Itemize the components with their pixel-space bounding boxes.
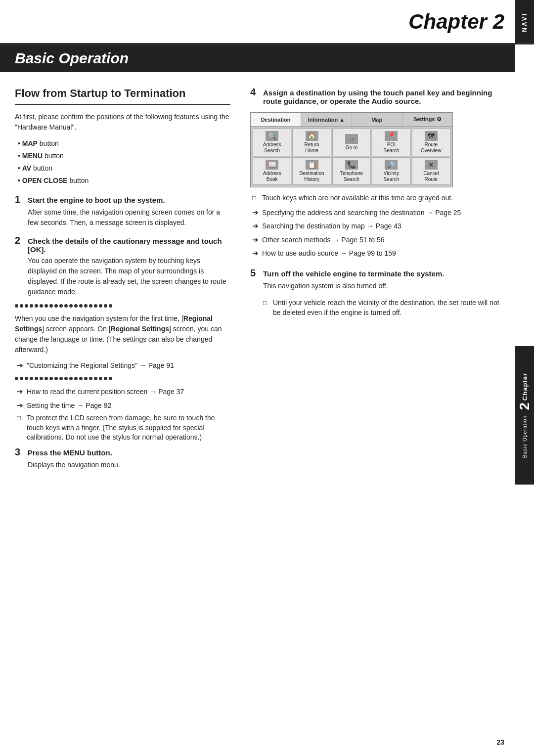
nav-menu-image: Destination Information ▲ Map Settings ⚙… xyxy=(250,112,453,187)
right-column: 4 Assign a destination by using the touc… xyxy=(242,77,515,756)
regional-ref-text: "Customizing the Regional Settings" → Pa… xyxy=(27,361,174,371)
address-book-icon: 📖 xyxy=(266,160,278,170)
route-overview-icon: 🗺 xyxy=(425,131,438,141)
arrow-icon: ➔ xyxy=(17,386,24,397)
engine-off-text: Until your vehicle reach the vicinity of… xyxy=(273,298,505,317)
tel-search-icon: 📞 xyxy=(345,160,358,170)
step-1-title: Start the engine to boot up the system. xyxy=(28,196,165,204)
nav-cell-route-overview: 🗺 RouteOverview xyxy=(412,129,450,156)
nav-tab-map: Map xyxy=(352,113,402,126)
current-pos-ref: ➔ How to read the current position scree… xyxy=(15,386,230,397)
step-3-number: 3 xyxy=(15,446,24,458)
nav-cell-address-search: 🔍 AddressSearch xyxy=(253,129,291,156)
address-ref: ➔ Specifying the address and searching t… xyxy=(250,207,505,218)
nav-cell-vicinity-search: 🔎 VicinitySearch xyxy=(372,157,410,185)
grayed-out-note: □ Touch keys which are not available at … xyxy=(250,193,505,203)
step-3: 3 Press the MENU button. Displays the na… xyxy=(15,446,230,470)
other-methods-text: Other search methods → Page 51 to 56 xyxy=(262,235,384,245)
chapter-header: Chapter 2 xyxy=(0,0,534,44)
cancel-route-icon: ✕ xyxy=(425,160,438,170)
time-ref-text: Setting the time → Page 92 xyxy=(27,401,111,411)
left-column: Flow from Startup to Termination At firs… xyxy=(0,77,242,756)
step-5-number: 5 xyxy=(250,267,259,279)
step-2-body: You can operate the navigation system by… xyxy=(15,256,230,297)
arrow-icon: ➔ xyxy=(17,360,24,370)
step-3-body: Displays the navigation menu. xyxy=(15,460,230,470)
nav-cell-return-home: 🏠 ReturnHome xyxy=(292,129,331,156)
other-methods-ref: ➔ Other search methods → Page 51 to 56 xyxy=(250,234,505,245)
address-search-icon: 🔍 xyxy=(266,131,278,141)
arrow-icon: ➔ xyxy=(17,400,24,410)
step-1-body: After some time, the navigation opening … xyxy=(15,207,230,228)
time-ref: ➔ Setting the time → Page 92 xyxy=(15,400,230,411)
nav-cell-cancel-route: ✕ CancelRoute xyxy=(412,157,450,185)
engine-off-note: □ Until your vehicle reach the vicinity … xyxy=(250,298,505,317)
step-2-title: Check the details of the cautionary mess… xyxy=(28,237,230,254)
map-search-ref: ➔ Searching the destination by map → Pag… xyxy=(250,221,505,231)
dest-history-icon: 📋 xyxy=(306,160,318,170)
nav-tab-destination: Destination xyxy=(251,113,301,126)
chapter-side-tab: Chapter 2 Basic Operation xyxy=(515,346,534,485)
step-1: 1 Start the engine to boot up the system… xyxy=(15,194,230,228)
address-ref-text: Specifying the address and searching the… xyxy=(262,208,461,218)
arrow-icon: ➔ xyxy=(252,248,259,258)
main-content: Flow from Startup to Termination At firs… xyxy=(0,77,515,756)
nav-topbar: Destination Information ▲ Map Settings ⚙ xyxy=(251,113,452,127)
chapter-side-number: 2 xyxy=(517,402,533,410)
nav-grid: 🔍 AddressSearch 🏠 ReturnHome → Go to 📍 P… xyxy=(251,127,452,187)
bullet-list: • MAP button • MENU button • AV button •… xyxy=(15,137,230,187)
arrow-icon: ➔ xyxy=(252,207,259,218)
step-4-title: Assign a destination by using the touch … xyxy=(263,89,505,105)
grayed-out-text: Touch keys which are not available at th… xyxy=(262,193,453,203)
nav-cell-dest-history: 📋 DestinationHistory xyxy=(292,157,331,185)
audio-ref: ➔ How to use audio source → Page 99 to 1… xyxy=(250,248,505,259)
chapter-side-sub: Basic Operation xyxy=(522,415,528,458)
nav-cell-go-to: → Go to xyxy=(332,129,371,156)
current-pos-text: How to read the current position screen … xyxy=(27,387,184,397)
step-5-body: This navigation system is also turned of… xyxy=(250,281,505,291)
regional-ref: ➔ "Customizing the Regional Settings" → … xyxy=(15,360,230,371)
list-item: • MENU button xyxy=(18,150,230,162)
step-3-title: Press the MENU button. xyxy=(28,448,112,457)
nav-cell-address-book: 📖 AddressBook xyxy=(253,157,291,185)
nav-tab-information: Information ▲ xyxy=(301,113,352,126)
return-home-icon: 🏠 xyxy=(306,131,318,141)
poi-search-icon: 📍 xyxy=(385,131,398,141)
go-to-icon: → xyxy=(345,134,358,144)
audio-ref-text: How to use audio source → Page 99 to 159 xyxy=(262,249,396,259)
square-icon: □ xyxy=(252,194,259,203)
dots-separator-2 xyxy=(15,377,230,380)
chapter-side-label: Chapter xyxy=(521,373,529,400)
list-item: • AV button xyxy=(18,162,230,175)
step-5-title: Turn off the vehicle engine to terminate… xyxy=(263,269,444,278)
chapter-title: Chapter 2 xyxy=(408,10,504,34)
lcd-note-text: To protect the LCD screen from damage, b… xyxy=(27,413,230,443)
page-number: 23 xyxy=(496,738,504,746)
step-4-number: 4 xyxy=(250,87,259,98)
lcd-note: □ To protect the LCD screen from damage,… xyxy=(15,413,230,443)
nav-cell-tel-search: 📞 TelephoneSearch xyxy=(332,157,371,185)
step-1-number: 1 xyxy=(15,194,24,205)
section-heading: Flow from Startup to Termination xyxy=(15,87,230,105)
step-2-number: 2 xyxy=(15,235,24,246)
dots-separator-1 xyxy=(15,304,230,308)
square-icon: □ xyxy=(263,299,270,308)
step-4: 4 Assign a destination by using the touc… xyxy=(250,87,505,105)
nav-cell-poi-search: 📍 POISearch xyxy=(372,129,410,156)
intro-text: At first, please confirm the positions o… xyxy=(15,112,230,133)
nav-tab-settings: Settings ⚙ xyxy=(402,113,452,126)
list-item: • MAP button xyxy=(18,137,230,150)
arrow-icon: ➔ xyxy=(252,234,259,245)
vicinity-search-icon: 🔎 xyxy=(385,160,398,170)
square-icon: □ xyxy=(17,414,24,423)
list-item: • OPEN CLOSE button xyxy=(18,175,230,187)
basic-operation-band: Basic Operation xyxy=(0,44,515,72)
map-search-text: Searching the destination by map → Page … xyxy=(262,222,401,231)
basic-operation-title: Basic Operation xyxy=(15,50,129,67)
step-2: 2 Check the details of the cautionary me… xyxy=(15,235,230,297)
arrow-icon: ➔ xyxy=(252,221,259,231)
mid-note: When you use the navigation system for t… xyxy=(15,313,230,355)
step-5: 5 Turn off the vehicle engine to termina… xyxy=(250,267,505,291)
